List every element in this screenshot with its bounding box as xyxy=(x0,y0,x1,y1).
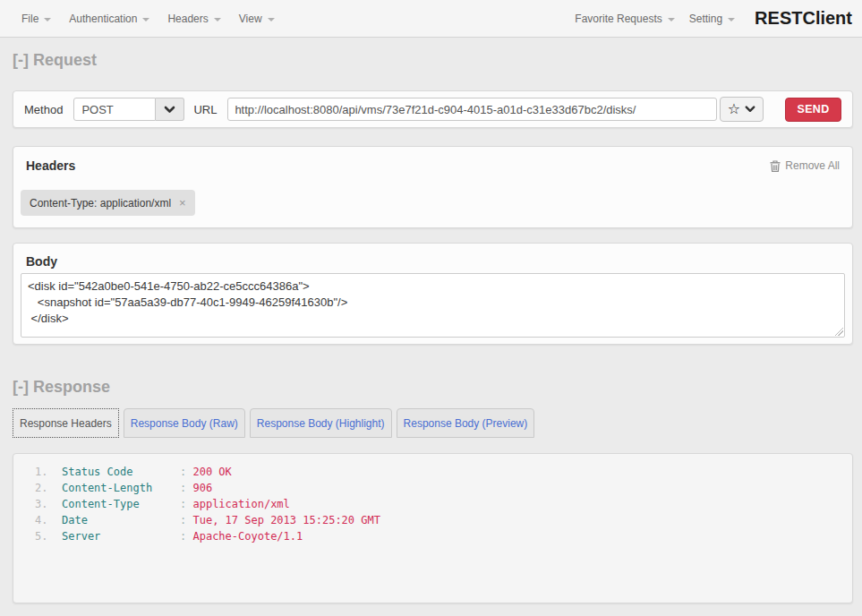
menu-file-label: File xyxy=(21,13,38,25)
colon: : xyxy=(180,514,192,526)
colon: : xyxy=(180,530,192,543)
request-url-panel: Method POST URL http://localhost:8080/ap… xyxy=(13,90,853,128)
favorite-dropdown-button[interactable]: ☆ xyxy=(720,97,764,122)
line-number: 3. xyxy=(35,496,62,512)
close-icon[interactable]: × xyxy=(179,196,186,210)
menu-authentication-label: Authentication xyxy=(69,13,137,25)
remove-all-button[interactable]: Remove All xyxy=(770,159,840,172)
menu-headers[interactable]: Headers xyxy=(158,13,229,25)
body-line: </disk> xyxy=(28,311,838,327)
menu-view-label: View xyxy=(239,13,262,25)
top-navbar: File Authentication Headers View Favorit… xyxy=(0,0,862,38)
app-logo: RESTClient xyxy=(755,8,852,29)
tab-response-body-highlight[interactable]: Response Body (Highlight) xyxy=(250,408,392,438)
colon: : xyxy=(180,482,192,494)
url-input[interactable]: http://localhost:8080/api/vms/73e7f21d-c… xyxy=(227,98,717,121)
header-name: Content-Length xyxy=(62,480,180,496)
header-value: 906 xyxy=(192,482,212,494)
response-header-row: 3.Content-Type: application/xml xyxy=(13,496,852,512)
header-name: Server xyxy=(62,528,180,544)
colon: : xyxy=(180,498,192,510)
chevron-down-icon xyxy=(214,18,221,21)
menu-favorite-requests-label: Favorite Requests xyxy=(575,13,661,25)
response-section-title[interactable]: [-] Response xyxy=(13,378,849,397)
tab-response-headers[interactable]: Response Headers xyxy=(13,408,119,438)
body-title: Body xyxy=(26,254,845,269)
menu-favorite-requests[interactable]: Favorite Requests xyxy=(568,13,681,25)
url-label: URL xyxy=(193,103,217,116)
chevron-down-icon xyxy=(745,106,755,113)
resize-handle-icon[interactable] xyxy=(833,326,843,336)
header-value: 200 OK xyxy=(192,466,231,478)
menu-authentication[interactable]: Authentication xyxy=(60,13,158,25)
chevron-down-icon xyxy=(142,18,149,21)
header-name: Date xyxy=(62,512,180,528)
request-section-title[interactable]: [-] Request xyxy=(13,51,849,70)
method-dropdown-button[interactable] xyxy=(156,98,184,121)
line-number: 4. xyxy=(35,512,62,528)
body-line: <disk id="542a0be0-541e-4750-ab22-ce5ccc… xyxy=(28,278,838,295)
colon: : xyxy=(180,466,192,478)
response-headers-panel: 1.Status Code: 200 OK 2.Content-Length: … xyxy=(13,453,853,603)
method-label: Method xyxy=(24,103,63,116)
response-tabs: Response Headers Response Body (Raw) Res… xyxy=(13,408,853,438)
headers-title: Headers xyxy=(26,158,75,173)
header-value: Apache-Coyote/1.1 xyxy=(192,530,303,543)
header-value: application/xml xyxy=(192,498,289,510)
body-panel: Body <disk id="542a0be0-541e-4750-ab22-c… xyxy=(13,243,853,345)
body-line: <snapshot id="57aa5a39-db77-40c1-9949-46… xyxy=(28,295,838,311)
response-header-row: 2.Content-Length: 906 xyxy=(13,480,852,496)
response-header-row: 5.Server: Apache-Coyote/1.1 xyxy=(13,528,852,544)
chevron-down-icon xyxy=(268,18,275,21)
chevron-down-icon xyxy=(164,106,175,114)
trash-icon xyxy=(770,160,781,172)
line-number: 5. xyxy=(35,528,62,544)
menu-file[interactable]: File xyxy=(11,13,60,25)
star-icon: ☆ xyxy=(728,102,740,116)
header-tag[interactable]: Content-Type: application/xml × xyxy=(21,190,195,216)
send-button[interactable]: SEND xyxy=(785,98,841,122)
chevron-down-icon xyxy=(668,18,675,21)
response-header-row: 4.Date: Tue, 17 Sep 2013 15:25:20 GMT xyxy=(13,512,852,528)
line-number: 2. xyxy=(35,480,62,496)
method-select[interactable]: POST xyxy=(73,98,156,121)
tab-response-body-raw[interactable]: Response Body (Raw) xyxy=(124,408,245,438)
header-value: Tue, 17 Sep 2013 15:25:20 GMT xyxy=(192,514,380,526)
menu-headers-label: Headers xyxy=(167,13,208,25)
menu-view[interactable]: View xyxy=(230,13,284,25)
line-number: 1. xyxy=(35,464,62,480)
response-header-row: 1.Status Code: 200 OK xyxy=(13,464,852,480)
tab-response-body-preview[interactable]: Response Body (Preview) xyxy=(397,408,535,438)
method-select-group: POST xyxy=(73,98,184,121)
menu-setting-label: Setting xyxy=(689,13,722,25)
header-name: Content-Type xyxy=(62,496,180,512)
body-textarea[interactable]: <disk id="542a0be0-541e-4750-ab22-ce5ccc… xyxy=(21,273,845,338)
header-tag-label: Content-Type: application/xml xyxy=(30,197,171,210)
chevron-down-icon xyxy=(44,18,51,21)
chevron-down-icon xyxy=(728,18,735,21)
menu-setting[interactable]: Setting xyxy=(682,13,742,25)
headers-panel: Headers Remove All Content-Type: applica… xyxy=(13,146,853,228)
header-name: Status Code xyxy=(62,464,180,480)
remove-all-label: Remove All xyxy=(785,159,840,172)
